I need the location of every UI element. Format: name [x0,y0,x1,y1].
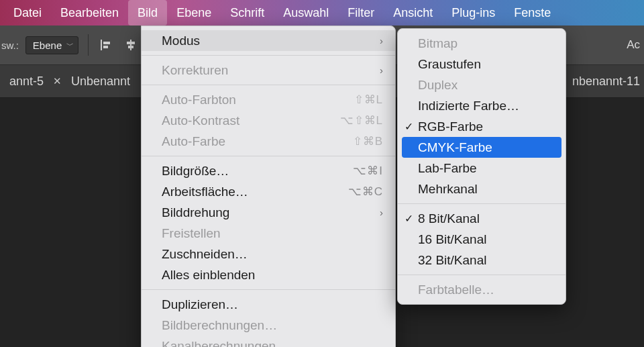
menu-item[interactable]: Bilddrehung› [142,202,395,223]
layer-select[interactable]: Ebene ﹀ [25,36,78,54]
menu-ebene[interactable]: Ebene [167,0,221,26]
menu-separator [398,275,566,275]
svg-rect-5 [128,46,133,48]
tab-label: annt-5 [9,75,44,89]
menu-item-label: 16 Bit/Kanal [418,232,486,247]
menu-separator [398,203,566,204]
menu-ansicht[interactable]: Ansicht [384,0,442,26]
document-tab[interactable]: nbenannt-11 [572,64,644,98]
menu-item-label: Bildgröße… [162,164,229,179]
menu-shortcut: ⇧⌘L [327,93,383,107]
menu-item: Freistellen [142,223,395,244]
menu-schrift[interactable]: Schrift [221,0,274,26]
menu-item: Kanalberechnungen… [142,336,395,347]
menu-item[interactable]: Zuschneiden… [142,244,395,264]
tab-label: Unbenannt [71,75,130,89]
menu-item-label: RGB-Farbe [418,119,483,134]
menu-item: Farbtabelle… [398,279,566,300]
modus-submenu: BitmapGraustufenDuplexIndizierte Farbe…✓… [397,28,566,305]
menu-shortcut: ⌥⌘C [321,185,383,199]
svg-rect-3 [130,40,131,50]
menu-item-label: Zuschneiden… [162,247,248,262]
svg-rect-1 [103,42,110,44]
chevron-down-icon: ﹀ [66,40,74,50]
menu-item-label: Korrekturen [162,63,228,78]
menu-item: Korrekturen› [142,60,395,81]
document-tab[interactable]: Unbenannt [62,65,140,97]
menu-item[interactable]: Arbeitsfläche…⌥⌘C [142,181,395,202]
menu-item[interactable]: Alles einblenden [142,264,395,285]
menu-item-label: Lab-Farbe [418,161,477,176]
menu-item[interactable]: Mehrkanal [398,179,566,199]
menu-item-label: Mehrkanal [418,182,478,197]
submenu-arrow-icon: › [353,207,383,218]
menu-item[interactable]: CMYK-Farbe [402,137,561,158]
menu-item[interactable]: 16 Bit/Kanal [398,229,566,250]
sw-label: sw.: [1,40,19,51]
menu-item[interactable]: Lab-Farbe [398,158,566,179]
menu-item: Auto-Farbe⇧⌘B [142,131,395,152]
toolbar-right-fragment: Ac [627,26,644,64]
menu-bild[interactable]: Bild [128,0,167,26]
menu-plugins[interactable]: Plug-ins [442,0,504,26]
check-icon: ✓ [405,212,413,225]
menu-item-label: Auto-Kontrast [162,113,239,128]
menu-shortcut: ⌥⌘I [326,164,383,178]
bild-menu: Modus›Korrekturen›Auto-Farbton⇧⌘LAuto-Ko… [141,26,396,347]
menu-item-label: CMYK-Farbe [418,140,492,155]
separator [88,34,89,56]
menu-item[interactable]: Bildgröße…⌥⌘I [142,160,395,181]
menu-item[interactable]: Indizierte Farbe… [398,95,566,116]
menu-item: Auto-Kontrast⌥⇧⌘L [142,110,395,131]
menu-item-label: Farbtabelle… [418,283,494,297]
submenu-arrow-icon: › [353,35,383,46]
menu-item-label: Auto-Farbe [162,134,225,149]
align-center-icon[interactable] [122,36,140,54]
layer-select-value: Ebene [33,40,62,51]
menu-item[interactable]: ✓RGB-Farbe [398,116,566,137]
menu-item-label: Alles einblenden [162,268,255,283]
menu-shortcut: ⌥⇧⌘L [313,113,383,128]
menu-bearbeiten[interactable]: Bearbeiten [51,0,128,26]
svg-rect-2 [103,46,108,48]
menu-item-label: Auto-Farbton [162,93,236,107]
menu-item[interactable]: ✓8 Bit/Kanal [398,208,566,229]
menu-shortcut: ⇧⌘B [326,134,383,148]
menu-item-label: Kanalberechnungen… [162,339,288,348]
menu-item: Duplex [398,75,566,95]
menu-auswahl[interactable]: Auswahl [274,0,338,26]
menu-item: Bitmap [398,33,566,54]
menu-item-label: Bildberechnungen… [162,318,277,333]
svg-rect-4 [127,42,135,44]
menu-item-label: Indizierte Farbe… [418,99,519,113]
menu-item[interactable]: 32 Bit/Kanal [398,250,566,270]
menu-separator [142,156,395,156]
menu-item[interactable]: Duplizieren… [142,294,395,315]
submenu-arrow-icon: › [353,64,383,76]
menu-separator [142,85,395,85]
menu-filter[interactable]: Filter [338,0,384,26]
menu-item-label: Bitmap [418,36,458,51]
menu-item[interactable]: Modus› [142,30,395,51]
menu-item-label: Duplizieren… [162,297,238,312]
menu-item: Bildberechnungen… [142,315,395,336]
menu-datei[interactable]: Datei [4,0,51,26]
close-icon[interactable]: ✕ [53,75,62,87]
document-tab[interactable]: annt-5 [0,65,53,97]
menu-item-label: 32 Bit/Kanal [418,253,486,268]
menu-item-label: Arbeitsfläche… [162,185,248,199]
menu-separator [142,289,395,290]
menu-item-label: Modus [162,34,200,48]
check-icon: ✓ [405,120,413,133]
menu-item-label: Duplex [418,78,458,93]
menu-item-label: Freistellen [162,226,221,241]
menu-item: Auto-Farbton⇧⌘L [142,89,395,110]
align-left-icon[interactable] [98,36,115,54]
svg-rect-0 [101,40,102,50]
menu-item-label: Bilddrehung [162,205,229,220]
menu-item-label: Graustufen [418,57,481,72]
menu-item-label: 8 Bit/Kanal [418,211,480,226]
menu-fenster[interactable]: Fenste [504,0,560,26]
menu-item[interactable]: Graustufen [398,54,566,75]
app-menubar: Datei Bearbeiten Bild Ebene Schrift Ausw… [0,0,644,26]
